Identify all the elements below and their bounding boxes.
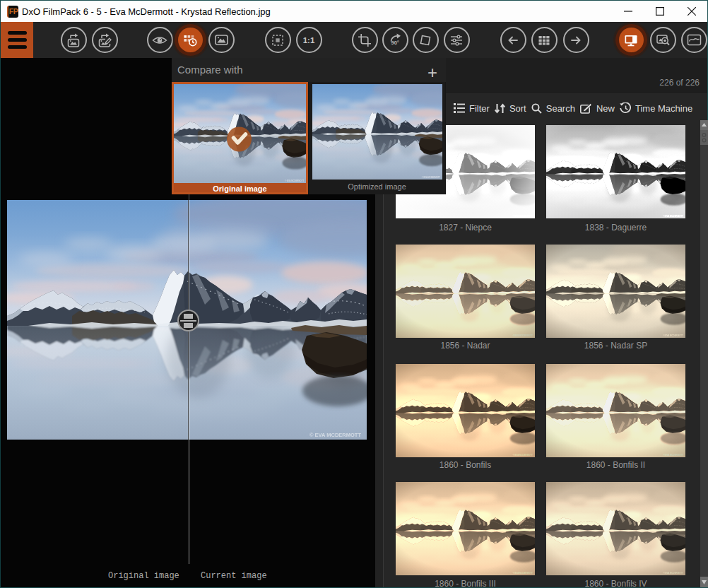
svg-text:90°: 90° — [391, 39, 399, 45]
